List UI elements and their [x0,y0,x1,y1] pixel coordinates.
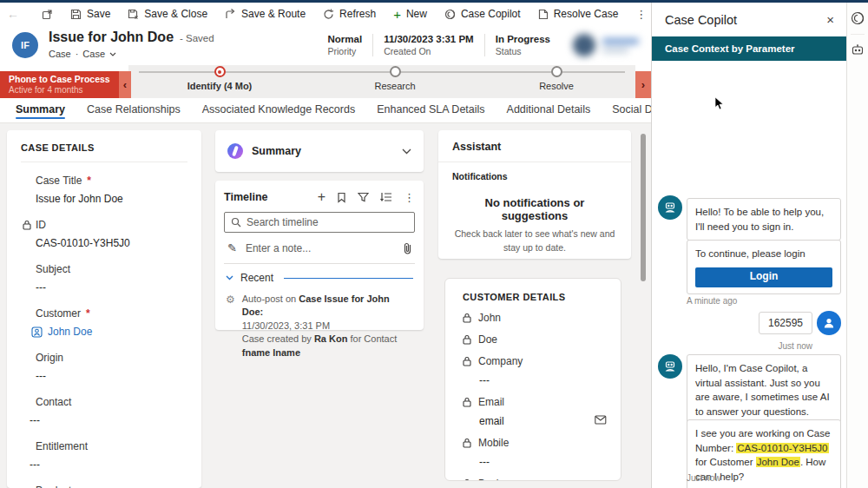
stage-dot[interactable] [551,66,562,77]
process-flag: Phone to Case Process Active for 4 month… [0,71,119,98]
record-header: IF Issue for John Doe - Saved Case · Cas… [0,25,651,65]
copilot-summary-card[interactable]: Summary [215,130,424,172]
bookmark-icon[interactable] [337,192,346,203]
user-message: 162595 [759,312,812,334]
empty-state-subtitle: Check back later to see what's new and s… [452,228,617,255]
field-value: CAS-01010-Y3H5J0 [23,237,187,249]
tab-additional-details[interactable]: Additional Details [507,103,591,122]
filter-icon[interactable] [358,192,369,202]
timeline-title: Timeline [224,191,267,203]
stage-research[interactable]: Research [343,66,447,91]
robot-icon [663,359,677,373]
vertical-scrollbar[interactable] [641,134,646,281]
recent-rule [284,278,413,279]
stage-dot-active[interactable] [214,66,226,77]
field-value[interactable]: Issue for John Doe [23,193,187,205]
form-tabs: Summary Case Relationships Associated Kn… [0,98,651,123]
mouse-cursor [714,96,724,110]
send-email-icon[interactable] [595,415,607,425]
form-body: CASE DETAILS Case Title* Issue for John … [0,123,651,488]
timeline-search[interactable] [224,212,415,233]
bot-avatar [658,195,682,220]
summary-title: Summary [252,145,301,157]
business-process-flow: Identify (4 Mo) Research Resolve Phone t… [0,65,651,98]
assistant-card: Assistant Notifications No notifications… [438,130,631,259]
refresh-button[interactable]: Refresh [314,3,385,24]
field-value[interactable]: --- [23,281,187,293]
search-input[interactable] [247,216,408,228]
field-last-name: Doe [445,333,621,346]
copilot-pane-icon[interactable] [851,11,865,25]
bot-pane-icon[interactable] [851,43,865,57]
paperclip-icon[interactable] [404,242,411,254]
field-subject: Subject --- [23,263,187,293]
tab-associated-knowledge-records[interactable]: Associated Knowledge Records [202,103,356,122]
field-value[interactable]: --- [23,370,187,382]
lock-icon [463,478,471,481]
field-value: --- [445,456,621,468]
process-next-button[interactable]: › [635,71,651,98]
chevron-down-icon[interactable] [402,148,411,155]
sort-icon[interactable] [380,192,392,202]
side-panes-rail [846,3,868,488]
bot-message: Hello, I'm Case Copilot, a virtual assis… [687,354,841,426]
close-icon[interactable]: × [826,12,846,27]
page-title: Issue for John Doe [49,30,174,45]
case-copilot-button[interactable]: Case Copilot [436,3,529,24]
timeline-entry[interactable]: ⚙ Auto-post on Case Issue for John Doe: … [224,293,415,359]
resolve-case-icon [538,9,549,20]
save-and-close-button[interactable]: Save & Close [119,3,216,24]
highlight-case-number: CAS-01010-Y3H5J0 [736,443,828,453]
tab-enhanced-sla-details[interactable]: Enhanced SLA Details [377,103,484,122]
field-case-title: Case Title* Issue for John Doe [23,175,187,205]
field-value: --- [445,374,621,386]
lock-icon [463,397,471,407]
lock-icon [463,438,471,448]
customer-link[interactable]: John Doe [48,326,92,338]
form-selector[interactable]: Case [82,49,105,59]
field-entitlement: Entitlement --- [23,440,187,471]
save-close-icon [128,9,139,20]
tab-summary[interactable]: Summary [16,103,65,122]
highlight-customer: John Doe [756,457,800,467]
chevron-down-icon [109,52,116,56]
field-value-email[interactable]: email [445,415,621,427]
chevron-down-icon[interactable] [226,275,233,280]
entity-breadcrumb[interactable]: Case · Case [49,49,116,59]
field-product: Product [23,485,187,488]
lock-icon [463,334,471,345]
timeline-more-icon[interactable]: ⋮ [404,192,415,203]
popout-button[interactable] [33,3,62,24]
message-timestamp: A minute ago [687,296,737,306]
back-icon[interactable]: ← [7,7,19,21]
copilot-icon [444,9,456,20]
bot-message: Hello! To be able to help you, I'll need… [687,198,841,241]
note-composer[interactable]: ✎ Enter a note... [224,241,415,254]
add-record-icon[interactable]: + [318,190,326,204]
customer-details-card: CUSTOMER DETAILS John Doe Company --- Em… [444,278,621,481]
entry-timestamp: 11/30/2023, 3:31 PM [242,320,413,333]
lock-icon [463,356,471,366]
divider [224,263,415,264]
header-field-priority: Normal Priority [318,34,373,56]
resolve-case-button[interactable]: Resolve Case [529,3,628,24]
new-button[interactable]: + New [385,3,436,24]
stage-identify[interactable]: Identify (4 Mo) [168,66,272,91]
stage-resolve[interactable]: Resolve [504,66,608,91]
tab-case-relationships[interactable]: Case Relationships [87,103,181,122]
user-avatar [817,311,841,335]
person-icon [823,317,835,329]
field-value[interactable]: --- [23,414,187,426]
login-button[interactable]: Login [695,267,832,287]
save-and-route-button[interactable]: Save & Route [216,3,314,24]
save-button[interactable]: Save [62,3,119,24]
field-value[interactable]: --- [23,458,187,471]
notifications-label: Notifications [438,162,631,181]
required-mark: * [86,307,90,320]
stage-dot[interactable] [390,66,401,77]
process-prev-button[interactable]: ‹ [119,71,131,98]
field-customer: Customer* John Doe [23,307,187,338]
message-timestamp: Just now [779,341,812,351]
recent-group[interactable]: Recent [224,272,415,284]
search-icon [231,217,241,228]
